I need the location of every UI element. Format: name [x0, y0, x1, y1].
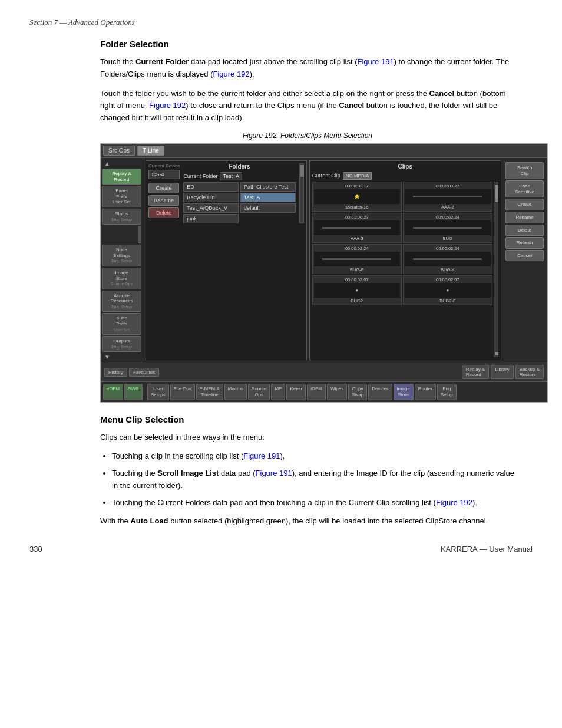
folder-row-1: ED Path Clipstore Test	[183, 182, 295, 192]
sidebar-btn-acquire[interactable]: AcquireResourcesEng. Setup	[102, 291, 141, 312]
current-folder-value: Test_A	[220, 172, 242, 180]
sidebar-btn-replay[interactable]: Replay &Record	[102, 169, 141, 185]
folder-selection-para1: Touch the Current Folder data pad locate…	[100, 56, 515, 81]
clip-item-3[interactable]: 00:01:00,27 AAA-3	[312, 213, 402, 243]
menu-clip-heading: Menu Clip Selection	[100, 414, 515, 424]
figure192-link3[interactable]: Figure 192	[436, 498, 472, 507]
bullet-item-3: Touching the Current Folders data pad an…	[112, 497, 515, 509]
sidebar-btn-status[interactable]: StatusEng. Setup	[102, 209, 141, 225]
nav-wipes[interactable]: Wipes	[327, 384, 347, 400]
clip-thumb-1: ⭐	[314, 189, 400, 204]
clip-item-2[interactable]: 00:01:00,27 AAA-2	[403, 182, 492, 212]
replay-record-bottom-btn[interactable]: Replay &Record	[462, 365, 489, 379]
backup-restore-btn[interactable]: Backup &Restore	[515, 365, 544, 379]
bullet-item-2: Touching the Scroll Image List data pad …	[112, 467, 515, 492]
nav-devices[interactable]: Devices	[368, 384, 392, 400]
clip-name-2: AAA-2	[441, 205, 454, 210]
nav-edpm[interactable]: eDPM	[103, 384, 123, 400]
nav-me[interactable]: ME	[271, 384, 285, 400]
nav-source-ops[interactable]: SourceOps	[248, 384, 270, 400]
nav-idpm[interactable]: iDPM	[307, 384, 326, 400]
tab-src-ops[interactable]: Src Ops	[103, 146, 135, 156]
create-btn[interactable]: Create	[148, 183, 179, 193]
current-clip-label: Current Clip	[312, 173, 340, 179]
search-clip-btn[interactable]: SearchClip	[505, 162, 544, 179]
sidebar-btn-node[interactable]: NodeSettingsEng. Setup	[102, 245, 141, 266]
clip-item-6[interactable]: 00:00:02,24 BUG-K	[403, 244, 492, 274]
clip-item-5[interactable]: 00:00:02,24 BUG-F	[312, 244, 402, 274]
nav-router[interactable]: Router	[415, 384, 436, 400]
folder-item-testa[interactable]: Test_A	[240, 193, 296, 202]
folders-scrollbar[interactable]	[299, 163, 304, 223]
sidebar-btn-image[interactable]: ImageStoreSource Ops	[102, 268, 141, 289]
content-section: Folder Selection Touch the Current Folde…	[100, 39, 515, 527]
sidebar-btn-outputs[interactable]: OutputsEng. Setup	[102, 336, 141, 352]
scroll-up-icon[interactable]: ▲	[102, 160, 141, 167]
folder-item-default[interactable]: default	[240, 203, 296, 213]
current-folder-row: Current Folder Test_A	[183, 172, 295, 180]
nav-image-store[interactable]: ImageStore	[394, 384, 414, 400]
folder-item-empty	[240, 214, 296, 223]
delete-btn[interactable]: Delete	[148, 207, 179, 218]
case-sensitive-btn[interactable]: CaseSensitive	[505, 180, 544, 197]
page-container: Section 7 — Advanced Operations Folder S…	[0, 0, 562, 571]
clip-time-8: 00:00:02,07	[436, 277, 459, 282]
figure191-link1[interactable]: Figure 191	[357, 57, 394, 66]
clips-scrollbar[interactable]	[494, 182, 498, 357]
clip-thumb-2	[405, 189, 491, 204]
folder-item-ed[interactable]: ED	[183, 182, 239, 192]
scroll-down-icon[interactable]: ▼	[102, 353, 141, 361]
figure191-link4[interactable]: Figure 191	[256, 469, 292, 477]
nav-copy-swap[interactable]: CopySwap	[348, 384, 367, 400]
folder-item-junk[interactable]: junk	[183, 214, 239, 223]
folder-row-3: Test_A/QDuck_V default	[183, 203, 295, 213]
folder-item-recycle[interactable]: Recycle Bin	[183, 193, 239, 202]
clip-thumb-4	[405, 220, 491, 235]
manual-name: KARRERA — User Manual	[441, 545, 533, 554]
folder-row-4: junk	[183, 214, 295, 223]
cancel-btn[interactable]: Cancel	[505, 250, 544, 262]
ui-bottom-bar: History Favourites Replay &Record Librar…	[101, 363, 547, 381]
figure192-link1[interactable]: Figure 192	[213, 70, 249, 78]
clip-item-4[interactable]: 00:00:02,24 BUG	[403, 213, 492, 243]
folder-item-path[interactable]: Path Clipstore Test	[240, 182, 296, 192]
figure191-link3[interactable]: Figure 191	[243, 452, 280, 460]
favourites-tab[interactable]: Favourites	[129, 368, 159, 377]
figure192-link2[interactable]: Figure 192	[149, 101, 186, 110]
tab-t-line[interactable]: T-Line	[137, 146, 164, 156]
clip-item-7[interactable]: 00:00:02,07 ● BUG2	[312, 275, 402, 305]
create-right-btn[interactable]: Create	[505, 199, 544, 210]
folder-list: ED Path Clipstore Test Recycle Bin Test_…	[183, 182, 295, 223]
ui-sidebar: ▲ Replay &Record PanelPrefsUser Set Stat…	[101, 158, 143, 363]
nav-user-setups[interactable]: UserSetups	[147, 384, 169, 400]
clips-scroll-thumb	[495, 185, 498, 202]
refresh-btn[interactable]: Refresh	[505, 237, 544, 249]
nav-swr[interactable]: SWR	[124, 384, 143, 400]
current-clip-row: Current Clip NO MEDIA	[312, 172, 498, 180]
page-footer: 330 KARRERA — User Manual	[29, 545, 533, 554]
delete-right-btn[interactable]: Delete	[505, 225, 544, 236]
nav-file-ops[interactable]: File Ops	[170, 384, 195, 400]
clip-grid: 00:00:02,17 ⭐ $scratch-16 00:01:00,27	[312, 182, 492, 305]
clips-scroll-down[interactable]	[495, 352, 498, 355]
ui-top-bar: Src Ops T-Line	[101, 144, 547, 158]
sidebar-btn-panel[interactable]: PanelPrefsUser Set	[102, 186, 141, 207]
library-btn[interactable]: Library	[491, 365, 513, 379]
folders-panel: Current Device CS-4 Create Rename Delete	[146, 160, 307, 360]
current-device-label: Current Device	[148, 163, 180, 169]
clip-thumb-7: ●	[314, 283, 400, 298]
clip-thumb-3	[314, 220, 400, 235]
clip-time-2: 00:01:00,27	[436, 183, 459, 189]
folder-item-testav[interactable]: Test_A/QDuck_V	[183, 203, 239, 213]
nav-emem[interactable]: E-MEM &Timeline	[196, 384, 223, 400]
nav-eng-setup[interactable]: EngSetup	[437, 384, 457, 400]
history-tab[interactable]: History	[104, 368, 127, 377]
clip-item-8[interactable]: 00:00:02,07 ● BUG2-F	[403, 275, 492, 305]
nav-macros[interactable]: Macros	[224, 384, 247, 400]
rename-btn[interactable]: Rename	[148, 195, 179, 206]
clip-name-7: BUG2	[351, 298, 363, 304]
rename-right-btn[interactable]: Rename	[505, 212, 544, 223]
nav-keyer[interactable]: Keyer	[286, 384, 306, 400]
clip-item-1[interactable]: 00:00:02,17 ⭐ $scratch-16	[312, 182, 402, 212]
sidebar-btn-suite[interactable]: SuitePrefsUser Set	[102, 313, 141, 335]
